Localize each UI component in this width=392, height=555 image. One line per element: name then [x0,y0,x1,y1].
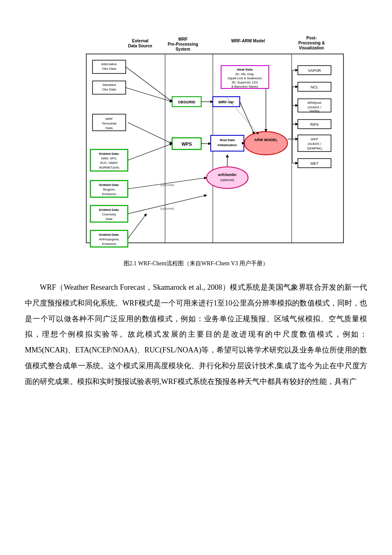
svg-line-84 [240,102,254,134]
diagram-caption: 图2.1 WRF-Chem流程图（来自WRF-Chem V3 用户手册） [25,260,367,267]
svg-text:Vis5D): Vis5D) [309,109,319,113]
svg-text:OBSGRID: OBSGRID [178,100,195,104]
svg-text:ARW MODEL: ARW MODEL [254,138,278,142]
svg-text:Gridded Data:: Gridded Data: [99,152,119,156]
svg-text:External: External [132,39,149,43]
svg-text:& Baroclinic Waves: & Baroclinic Waves [231,85,258,88]
svg-text:2D: Hill, Gray,: 2D: Hill, Gray, [235,72,254,76]
svg-text:Data: Data [106,217,113,221]
svg-text:Gridded Data:: Gridded Data: [99,183,119,187]
svg-text:(optional): (optional) [160,183,174,187]
page: External Data Source WRF Pre-Processing … [0,0,392,406]
svg-text:Emissions: Emissions [102,192,116,196]
svg-text:GEMPAK): GEMPAK) [307,147,322,150]
svg-text:VAPOR: VAPOR [308,68,321,73]
svg-text:Data: Data [105,126,112,130]
svg-text:ARWpost: ARWpost [307,101,321,105]
svg-text:AGRMET(soil): AGRMET(soil) [99,166,119,169]
svg-text:Ideal Data: Ideal Data [237,68,253,71]
svg-text:Visualization: Visualization [299,46,324,50]
svg-text:Chemistry: Chemistry [102,213,116,216]
svg-text:Squall Line & Seabreeze: Squall Line & Seabreeze [227,76,262,80]
svg-text:Pre-Processing: Pre-Processing [168,42,198,46]
svg-text:WRF: WRF [105,117,112,121]
svg-text:WRF: WRF [178,37,187,42]
svg-text:WPS: WPS [181,142,192,147]
svg-text:(GrADS /: (GrADS / [307,142,321,146]
svg-text:(GrADS /: (GrADS / [307,105,321,109]
svg-text:RUC, NNRP,: RUC, NNRP, [100,161,118,165]
svg-text:NAM, GFS,: NAM, GFS, [101,156,117,160]
svg-text:MET: MET [310,161,319,166]
svg-text:(optional): (optional) [160,207,174,210]
svg-text:Post-: Post- [306,36,317,40]
svg-text:Gridded Data:: Gridded Data: [99,208,119,212]
wrf-diagram: External Data Source WRF Pre-Processing … [39,17,354,253]
svg-text:WPP: WPP [310,137,318,141]
svg-text:Terrestrial: Terrestrial [102,122,116,125]
svg-text:NCL: NCL [310,85,318,89]
svg-text:Standard: Standard [102,83,115,87]
body-text: WRF（Weather Research Forecast，Skamarock … [25,280,367,390]
svg-text:Obs Data: Obs Data [102,88,116,91]
svg-text:System: System [175,47,190,51]
svg-text:(optional): (optional) [220,178,234,182]
svg-text:Data Source: Data Source [128,44,152,48]
svg-text:Initialization: Initialization [217,143,236,147]
svg-line-98 [128,214,146,239]
svg-text:WRF-Var: WRF-Var [218,100,234,104]
body-paragraph: WRF（Weather Research Forecast，Skamarock … [25,280,367,390]
diagram-container: External Data Source WRF Pre-Processing … [25,17,367,253]
svg-text:Alternative: Alternative [101,62,117,66]
svg-text:Processing &: Processing & [298,41,325,45]
svg-text:Emissions: Emissions [102,242,116,246]
svg-point-55 [244,132,287,155]
svg-line-79 [128,144,172,160]
svg-text:WRF-ARW Model: WRF-ARW Model [231,39,265,43]
svg-text:RIP4: RIP4 [310,122,318,127]
svg-text:3D: Supercell, LES: 3D: Supercell, LES [231,81,258,84]
svg-text:Anthropogenic: Anthropogenic [99,237,119,241]
svg-text:wrfchembc: wrfchembc [217,173,236,177]
svg-text:Obs Data: Obs Data [102,67,116,71]
svg-text:Gridded Data:: Gridded Data: [99,233,119,237]
svg-text:Real Data: Real Data [219,138,235,142]
svg-line-96 [128,195,207,214]
svg-point-57 [207,167,248,188]
svg-line-78 [128,122,172,144]
svg-text:Biogenic: Biogenic [103,188,115,191]
